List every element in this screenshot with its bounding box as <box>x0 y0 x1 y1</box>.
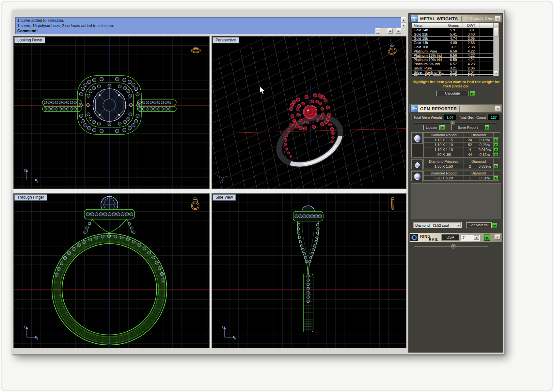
spinner-up-button[interactable]: ▲ <box>376 28 380 31</box>
scroll-down-button[interactable]: ▼ <box>401 23 406 28</box>
viewport-label-perspective[interactable]: Perspective <box>213 37 239 43</box>
metal-cell <box>480 70 494 75</box>
viewport-side-view[interactable]: Side View zy <box>212 193 406 348</box>
metal-row[interactable]: Gold 24k5.913.8 <box>412 28 499 32</box>
dropdown-arrow-icon[interactable]: ▼ <box>456 223 461 227</box>
metal-row[interactable]: Gold 14k4.092.63 <box>412 41 499 45</box>
metal-cell: Gold 24k <box>412 28 444 32</box>
gem-row-go-button[interactable]: ▶ <box>494 152 499 157</box>
metal-cell: Platinum 10% Irid <box>412 58 444 62</box>
gem-row[interactable]: 1.10 X 1.10520.26tw▶ <box>424 143 500 147</box>
set-material-go-button[interactable]: ▶ <box>492 222 498 228</box>
close-icon[interactable]: × <box>495 16 501 21</box>
metal-cell: 3.7 <box>444 45 463 49</box>
dropdown-arrow-icon[interactable]: ▼ <box>474 235 479 240</box>
gem-row-go-button[interactable]: ▶ <box>494 143 499 147</box>
metal-cell <box>480 32 494 37</box>
metal-row[interactable]: Silver, Pure3.212.06 <box>412 66 499 70</box>
metal-row[interactable]: Silver, Sterling (9...3.182.04 <box>412 70 499 75</box>
metal-row[interactable]: Platinum 10% Irid6.594.24 <box>412 58 499 62</box>
viewport-label-side-view[interactable]: Side View <box>213 194 236 201</box>
metal-table-scrollbar[interactable]: ▲ ▼ <box>494 23 499 76</box>
ring-rail-slider-thumb[interactable]: ▼ <box>451 244 456 249</box>
spinner-down-button[interactable]: ▼ <box>376 31 380 34</box>
save-report-button[interactable]: Save Report <box>451 125 484 130</box>
calculate-go-button[interactable]: ▶ <box>469 91 475 96</box>
gem-type-label: Diamond Round <box>424 133 464 138</box>
princess-gem-icon <box>412 159 423 170</box>
command-history-scrollbar[interactable]: ▲ ▼ <box>401 17 406 28</box>
scroll-up-button[interactable]: ▲ <box>401 17 406 23</box>
metal-row[interactable]: Platinum 15% Irid6.564.22 <box>412 53 499 58</box>
total-gem-weight-value: 1.07 <box>444 114 456 120</box>
metal-row[interactable]: Gold 18k4.743.05 <box>412 37 499 41</box>
column-header-grams[interactable]: Grams <box>444 23 463 28</box>
gem-arrow-cell: ▶ <box>494 176 499 181</box>
viewport-perspective[interactable]: Perspective z <box>212 36 406 189</box>
metal-row[interactable]: Platinum 5% Irid6.574.23 <box>412 62 499 66</box>
update-button[interactable]: Update <box>423 125 440 130</box>
gem-row-go-button[interactable]: ▶ <box>494 164 499 168</box>
gem-row[interactable]: 1.10 X 1.1040.019tw▶ <box>424 147 500 152</box>
viewport-label-through-finger[interactable]: Through Finger <box>14 194 47 201</box>
close-icon[interactable]: × <box>495 106 501 111</box>
gem-row-go-button[interactable]: ▶ <box>494 138 499 142</box>
gem-row-go-button[interactable]: ▶ <box>494 176 499 180</box>
scroll-down-button[interactable]: ▼ <box>494 71 499 76</box>
metal-cell: 4.22 <box>463 53 480 58</box>
svg-text:y: y <box>234 337 236 340</box>
viewport-label-looking-down[interactable]: Looking Down <box>14 37 45 43</box>
metal-row[interactable]: Silver, Coin (900)3.152.02 <box>412 75 499 76</box>
material-dropdown[interactable]: Diamond (3.52 spg) ▼ <box>413 222 462 228</box>
command-spinner[interactable]: ▲ ▼ <box>376 28 386 34</box>
set-material-button[interactable]: Set Material <box>466 222 492 228</box>
viewport-looking-down[interactable]: Looking Down yx <box>13 36 210 189</box>
metal-cell <box>480 58 494 62</box>
update-go-button[interactable]: ▶ <box>440 125 445 130</box>
metal-cell: 4.22 <box>463 49 480 53</box>
gem-row[interactable]: 1.15 X 1.15240.13tw▶ <box>424 138 500 143</box>
gem-size-cell: .90 X .90 <box>424 152 464 157</box>
command-history[interactable]: 1 curve added to selection. 1 curve, 15 … <box>15 17 401 28</box>
metal-cell: 3.18 <box>444 70 463 75</box>
ring-rail-go-button[interactable]: ▶ <box>484 234 490 241</box>
command-prompt[interactable]: Command: <box>15 28 375 34</box>
metal-weights-instruction: Highlight the item you want to find the … <box>410 80 502 88</box>
gem-slider-track[interactable] <box>414 123 497 123</box>
gem-row-go-button[interactable]: ▶ <box>494 147 499 152</box>
save-report-go-button[interactable]: ▶ <box>484 125 490 130</box>
gem-count-cell: 4 <box>464 147 476 152</box>
side-view-canvas <box>212 194 406 348</box>
scroll-right-button[interactable]: ▶ <box>396 28 401 34</box>
gem-row[interactable]: 5.20 X 5.2010.51tw▶ <box>424 176 500 181</box>
scroll-left-button[interactable]: ◀ <box>388 28 393 34</box>
ring-size-dropdown[interactable]: 7 ▼ <box>460 234 480 241</box>
gem-slider-thumb[interactable]: ▲ <box>451 121 455 125</box>
gem-size-cell: 1.15 X 1.15 <box>424 138 464 143</box>
gem-arrow-column <box>494 171 499 176</box>
metal-cell: Platinum, Pure <box>412 49 444 53</box>
gem-row[interactable]: .90 X .90440.12tw▶ <box>424 152 500 157</box>
metal-row[interactable]: Platinum, Pure6.564.22 <box>412 49 499 53</box>
panel-content-area <box>411 183 501 220</box>
viewport-through-finger[interactable]: Through Finger zx <box>13 193 210 348</box>
metal-cell: 5.41 <box>444 32 463 37</box>
metal-cell <box>480 66 494 70</box>
metal-row[interactable]: Gold 10k3.72.38 <box>412 45 499 49</box>
column-header-dwt[interactable]: DWT <box>463 23 480 28</box>
metal-row[interactable]: Gold 22k5.413.48 <box>412 32 499 37</box>
gem-row[interactable]: 1.50 X 1.5020.039tw▶ <box>424 164 500 169</box>
metal-cell: 2.02 <box>463 75 480 76</box>
column-header-metal[interactable]: Metal <box>412 23 444 28</box>
ring-perspective-view-icon <box>385 42 399 57</box>
viewport-area: Looking Down yx <box>13 36 406 348</box>
round-gem-icon <box>412 133 423 144</box>
gem-size-cell: 1.10 X 1.10 <box>424 143 464 147</box>
metal-cell: 2.38 <box>463 45 480 49</box>
total-gem-count-value: 127 <box>488 114 500 120</box>
close-icon[interactable]: × <box>495 234 500 240</box>
scroll-up-button[interactable]: ▲ <box>494 23 499 28</box>
calculate-button[interactable]: Calculate <box>436 91 468 96</box>
scrollbar-thumb[interactable] <box>494 28 499 37</box>
metal-cell: 3.8 <box>463 28 480 32</box>
